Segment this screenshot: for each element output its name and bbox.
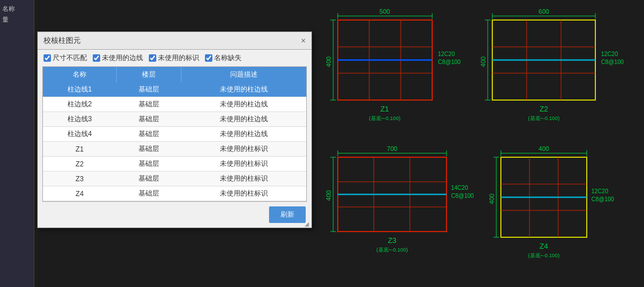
- col-header-floor: 楼层: [116, 67, 181, 82]
- checkbox-missing-name-input[interactable]: [205, 54, 212, 62]
- checkbox-unused-marks[interactable]: 未使用的标识: [149, 53, 199, 63]
- table-cell-name: Z1: [43, 142, 116, 157]
- table-cell-issue: 未使用的柱标识: [181, 186, 306, 201]
- checkbox-missing-name[interactable]: 名称缺失: [205, 53, 242, 63]
- dialog-table-container: 名称 楼层 问题描述 柱边线1基础层未使用的柱边线柱边线2基础层未使用的柱边线柱…: [42, 66, 307, 202]
- table-cell-name: 柱边线4: [43, 127, 116, 142]
- dialog-close-button[interactable]: ×: [301, 37, 306, 45]
- dialog-checkboxes: 尺寸不匹配 未使用的边线 未使用的标识 名称缺失: [38, 50, 311, 66]
- svg-text:C8@100: C8@100: [451, 193, 474, 199]
- table-row[interactable]: 柱边线4基础层未使用的柱边线: [43, 127, 306, 142]
- left-panel-label-qty: 量: [2, 15, 31, 24]
- table-row[interactable]: Z3基础层未使用的柱标识: [43, 172, 306, 186]
- svg-text:12C20: 12C20: [591, 188, 609, 194]
- left-panel: 名称 量: [0, 0, 34, 287]
- z4-drawing: 400 400 12C20 C8@100 Z4 (基底~-0.100): [489, 143, 627, 274]
- dialog-title-bar: 校核柱图元 ×: [38, 32, 311, 50]
- checkbox-unused-edges-label: 未使用的边线: [102, 53, 143, 63]
- table-cell-issue: 未使用的柱边线: [181, 127, 306, 142]
- svg-text:(基底~-0.100): (基底~-0.100): [528, 253, 560, 258]
- svg-text:Z1: Z1: [380, 105, 389, 113]
- cad-drawing-area: 500 400 12C20 C8@100 Z1 (基底~-0.100) 600 …: [321, 0, 644, 287]
- table-cell-name: 柱边线2: [43, 97, 116, 112]
- svg-text:400: 400: [481, 57, 487, 67]
- svg-text:600: 600: [539, 8, 549, 15]
- table-cell-issue: 未使用的柱标识: [181, 172, 306, 186]
- table-row[interactable]: 柱边线2基础层未使用的柱边线: [43, 97, 306, 112]
- dialog-table: 名称 楼层 问题描述 柱边线1基础层未使用的柱边线柱边线2基础层未使用的柱边线柱…: [43, 67, 306, 201]
- checkbox-missing-name-label: 名称缺失: [214, 53, 242, 63]
- table-cell-issue: 未使用的柱边线: [181, 82, 306, 97]
- svg-text:14C20: 14C20: [451, 185, 468, 191]
- checkbox-size-mismatch[interactable]: 尺寸不匹配: [44, 53, 87, 63]
- left-panel-label-name: 名称: [2, 5, 31, 13]
- table-cell-issue: 未使用的柱标识: [181, 157, 306, 172]
- table-row[interactable]: 柱边线1基础层未使用的柱边线: [43, 82, 306, 97]
- col-header-name: 名称: [43, 67, 116, 82]
- svg-text:400: 400: [539, 145, 549, 152]
- table-cell-name: 柱边线3: [43, 112, 116, 127]
- z1-drawing: 500 400 12C20 C8@100 Z1 (基底~-0.100): [326, 6, 469, 137]
- svg-text:700: 700: [387, 145, 397, 152]
- table-cell-floor: 基础层: [116, 186, 181, 201]
- col-header-issue: 问题描述: [181, 67, 306, 82]
- refresh-button[interactable]: 刷新: [269, 206, 306, 223]
- svg-text:500: 500: [380, 8, 390, 15]
- svg-text:Z4: Z4: [539, 242, 548, 250]
- table-cell-issue: 未使用的柱标识: [181, 142, 306, 157]
- svg-text:C8@100: C8@100: [438, 59, 461, 65]
- table-cell-floor: 基础层: [116, 127, 181, 142]
- table-cell-floor: 基础层: [116, 142, 181, 157]
- checkbox-size-mismatch-input[interactable]: [44, 54, 51, 62]
- dialog-column-check: 校核柱图元 × 尺寸不匹配 未使用的边线 未使用的标识 名称缺失 名称 楼层: [37, 31, 312, 228]
- table-cell-name: Z3: [43, 172, 116, 186]
- table-cell-floor: 基础层: [116, 172, 181, 186]
- checkbox-unused-edges[interactable]: 未使用的边线: [93, 53, 143, 63]
- checkbox-unused-marks-input[interactable]: [149, 54, 156, 62]
- svg-text:400: 400: [489, 194, 495, 204]
- table-row[interactable]: Z2基础层未使用的柱标识: [43, 157, 306, 172]
- table-cell-floor: 基础层: [116, 82, 181, 97]
- dialog-title: 校核柱图元: [44, 35, 81, 46]
- table-cell-name: Z2: [43, 157, 116, 172]
- z3-drawing: 700 400 14C20 C8@100 Z3 (基底~-0.100): [326, 143, 481, 274]
- table-cell-name: Z4: [43, 186, 116, 201]
- checkbox-unused-marks-label: 未使用的标识: [158, 53, 199, 63]
- table-header-row: 名称 楼层 问题描述: [43, 67, 306, 82]
- table-cell-floor: 基础层: [116, 97, 181, 112]
- dialog-footer: 刷新 ◢: [38, 202, 311, 228]
- svg-text:12C20: 12C20: [438, 51, 455, 57]
- table-cell-issue: 未使用的柱边线: [181, 97, 306, 112]
- svg-text:400: 400: [326, 57, 332, 67]
- table-cell-floor: 基础层: [116, 112, 181, 127]
- svg-text:Z2: Z2: [539, 105, 548, 113]
- checkbox-unused-edges-input[interactable]: [93, 54, 100, 62]
- z2-drawing: 600 400 12C20 C8@100 Z2 (基底~-0.100): [481, 6, 630, 137]
- table-body: 柱边线1基础层未使用的柱边线柱边线2基础层未使用的柱边线柱边线3基础层未使用的柱…: [43, 82, 306, 201]
- table-cell-floor: 基础层: [116, 157, 181, 172]
- table-row[interactable]: 柱边线3基础层未使用的柱边线: [43, 112, 306, 127]
- svg-text:(基底~-0.100): (基底~-0.100): [528, 115, 560, 121]
- svg-text:12C20: 12C20: [601, 51, 618, 57]
- table-row[interactable]: Z4基础层未使用的柱标识: [43, 186, 306, 201]
- checkbox-size-mismatch-label: 尺寸不匹配: [53, 53, 87, 63]
- svg-text:Z3: Z3: [388, 236, 396, 245]
- svg-text:C8@100: C8@100: [591, 196, 614, 202]
- table-row[interactable]: Z1基础层未使用的柱标识: [43, 142, 306, 157]
- svg-text:(基底~-0.100): (基底~-0.100): [377, 247, 408, 253]
- table-cell-name: 柱边线1: [43, 82, 116, 97]
- svg-text:400: 400: [326, 190, 332, 201]
- svg-text:C8@100: C8@100: [601, 59, 624, 65]
- svg-text:(基底~-0.100): (基底~-0.100): [369, 115, 401, 121]
- resize-handle[interactable]: ◢: [305, 221, 310, 226]
- table-cell-issue: 未使用的柱边线: [181, 112, 306, 127]
